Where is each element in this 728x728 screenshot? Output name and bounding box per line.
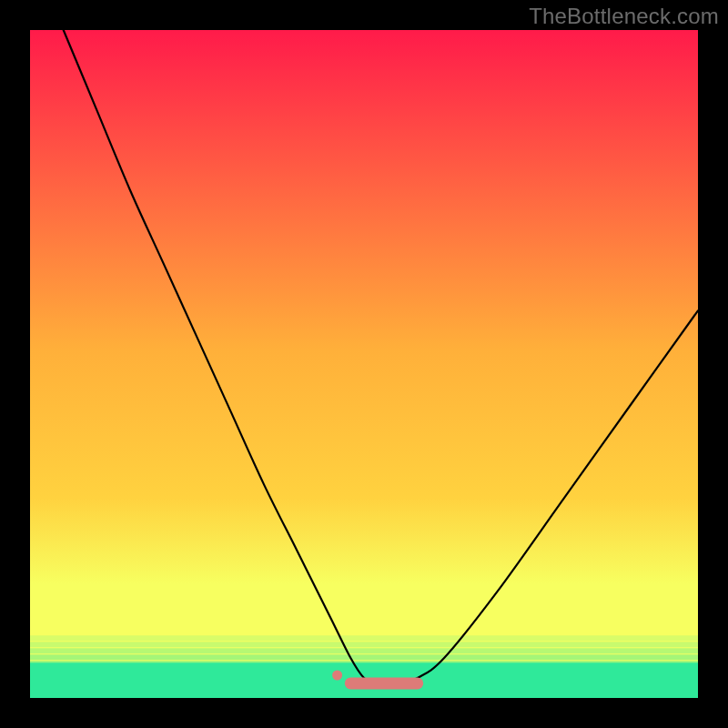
watermark-text: TheBottleneck.com xyxy=(529,4,719,29)
transition-band xyxy=(30,648,698,653)
optimal-marker-dot xyxy=(332,671,342,681)
transition-band xyxy=(30,642,698,647)
chart-frame: TheBottleneck.com xyxy=(0,0,728,728)
chart-svg xyxy=(0,0,728,728)
chart-canvas xyxy=(0,0,728,728)
transition-band xyxy=(30,635,698,641)
gradient-background xyxy=(30,30,698,698)
transition-band xyxy=(30,654,698,660)
